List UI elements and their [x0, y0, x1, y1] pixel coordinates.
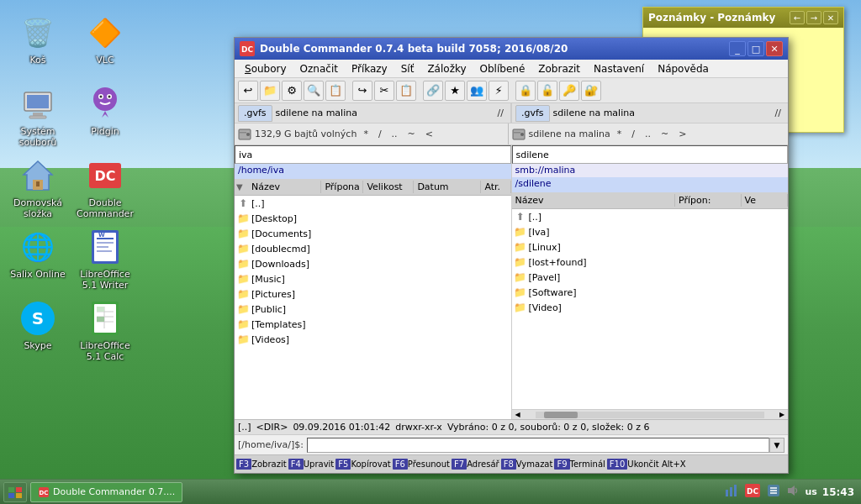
- fk-f6[interactable]: F6 Přesunout: [393, 459, 450, 470]
- right-drive-next[interactable]: >: [675, 128, 689, 140]
- menu-zobrazit[interactable]: Zobrazit: [531, 61, 587, 76]
- toolbar-btn-6[interactable]: ↪: [352, 81, 372, 101]
- toolbar-btn-10[interactable]: ★: [445, 81, 465, 101]
- menu-prikazy[interactable]: Příkazy: [345, 61, 394, 76]
- fk-f8[interactable]: F8 Vymazat: [501, 459, 553, 470]
- list-item[interactable]: 📁 [Desktop]: [235, 211, 511, 226]
- menu-nastaveni[interactable]: Nastavení: [587, 61, 651, 76]
- left-drive-star[interactable]: *: [360, 128, 372, 140]
- toolbar-btn-13[interactable]: 🔒: [515, 81, 536, 101]
- toolbar-btn-4[interactable]: 🔍: [304, 81, 324, 101]
- list-item[interactable]: 📁 [Iva]: [512, 224, 789, 239]
- dc-maximize-button[interactable]: □: [747, 41, 764, 56]
- right-drive-star[interactable]: *: [614, 128, 626, 140]
- right-drive-dotdot[interactable]: ..: [642, 128, 654, 140]
- desktop-icon-salix[interactable]: 🌐 Salix Online: [8, 227, 67, 298]
- left-tab-gvfs[interactable]: .gvfs: [238, 105, 272, 122]
- fk-f4[interactable]: F4 Upravit: [288, 459, 335, 470]
- left-file-list[interactable]: ⬆ [..] 📁 [Desktop]: [235, 196, 511, 419]
- desktop-icon-domovska[interactable]: Domovskásložka: [8, 155, 67, 227]
- list-item[interactable]: 📁 [Public]: [235, 302, 511, 317]
- right-path-input[interactable]: sdilene: [512, 145, 789, 164]
- scroll-thumb[interactable]: [544, 412, 578, 418]
- taskbar-btn-dc[interactable]: DC Double Commander 0.7....: [30, 482, 182, 502]
- volume-tray-icon[interactable]: [786, 483, 800, 501]
- scroll-right-btn[interactable]: ▶: [776, 410, 788, 420]
- menu-soubory[interactable]: Soubory: [238, 61, 293, 76]
- list-item[interactable]: 📁 [Pavel]: [512, 270, 789, 285]
- menu-oblibene[interactable]: Oblíbené: [473, 61, 532, 76]
- right-tab-gvfs[interactable]: .gvfs: [515, 105, 550, 122]
- list-item[interactable]: 📁 [Music]: [235, 271, 511, 286]
- toolbar-btn-1[interactable]: ↩: [238, 81, 258, 101]
- cmd-dropdown[interactable]: ▼: [769, 438, 784, 453]
- desktop-icon-pidgin[interactable]: Pidgin: [76, 84, 135, 155]
- desktop-icon-dc[interactable]: DC DoubleCommander: [76, 155, 135, 227]
- list-item[interactable]: 📁 [Documents]: [235, 226, 511, 241]
- toolbar-btn-9[interactable]: 🔗: [423, 81, 443, 101]
- toolbar-btn-12[interactable]: ⚡: [489, 81, 509, 101]
- right-scrollbar-h[interactable]: ◀ ▶: [512, 409, 789, 419]
- menu-napoveda[interactable]: Nápověda: [651, 61, 716, 76]
- desktop-icon-skype[interactable]: S Skype: [8, 298, 67, 370]
- list-item[interactable]: 📁 [Pictures]: [235, 286, 511, 302]
- dc-tray-icon[interactable]: DC: [744, 483, 761, 501]
- right-col-ve[interactable]: Ve: [742, 194, 788, 207]
- toolbar-btn-8[interactable]: 📋: [396, 81, 416, 101]
- network-tray-icon[interactable]: [724, 483, 739, 501]
- toolbar-btn-2[interactable]: 📁: [260, 81, 280, 101]
- menu-oznacit[interactable]: Označit: [293, 61, 345, 76]
- left-col-name[interactable]: Název: [248, 181, 321, 193]
- list-item[interactable]: 📁 [Software]: [512, 285, 789, 300]
- right-col-ext[interactable]: Přípon:: [675, 194, 742, 207]
- menu-zalozky[interactable]: Záložky: [420, 61, 473, 76]
- toolbar-btn-15[interactable]: 🔑: [559, 81, 579, 101]
- right-drive-slash[interactable]: /: [628, 128, 638, 140]
- list-item[interactable]: 📁 [Downloads]: [235, 256, 511, 271]
- toolbar-btn-14[interactable]: 🔓: [537, 81, 557, 101]
- left-col-date[interactable]: Datum: [414, 181, 481, 193]
- list-item[interactable]: 📁 [Linux]: [512, 239, 789, 255]
- left-drive-prev[interactable]: <: [422, 128, 436, 140]
- desktop-icon-lcalc[interactable]: LibreOffice5.1 Calc: [76, 298, 135, 370]
- desktop-icon-kos[interactable]: 🗑️ Koš: [8, 13, 67, 84]
- fk-f10[interactable]: F10 Ukončit Alt+X: [607, 459, 686, 470]
- desktop-icon-lwriter[interactable]: W LibreOffice5.1 Writer: [76, 227, 135, 298]
- toolbar-btn-7[interactable]: ✂: [374, 81, 394, 101]
- fk-f7[interactable]: F7 Adresář: [452, 459, 499, 470]
- right-file-item-up[interactable]: ⬆ [..]: [512, 209, 789, 224]
- list-item[interactable]: 📁 [Videos]: [235, 332, 511, 347]
- left-file-item-up[interactable]: ⬆ [..]: [235, 196, 511, 211]
- list-item[interactable]: 📁 [Video]: [512, 300, 789, 315]
- fk-f5[interactable]: F5 Kopírovat: [335, 459, 390, 470]
- fk-f3[interactable]: F3 Zobrazit: [236, 459, 287, 470]
- left-drive-slash[interactable]: /: [375, 128, 385, 140]
- toolbar-btn-11[interactable]: 👥: [467, 81, 487, 101]
- left-col-ext[interactable]: Přípona: [321, 181, 363, 193]
- left-col-attr[interactable]: Atr.: [481, 181, 510, 193]
- left-col-size[interactable]: Velikost: [363, 181, 414, 193]
- dc-minimize-button[interactable]: _: [729, 41, 746, 56]
- settings-tray-icon[interactable]: [766, 483, 781, 501]
- dc-close-button[interactable]: ✕: [766, 41, 783, 56]
- toolbar-btn-5[interactable]: 📋: [325, 81, 346, 101]
- scroll-left-btn[interactable]: ◀: [512, 410, 524, 420]
- desktop-icon-system[interactable]: Systémsouborů: [8, 84, 67, 155]
- cmd-input[interactable]: [307, 438, 769, 453]
- right-file-list[interactable]: ⬆ [..] 📁 [Iva] 📁 [Linux]: [512, 209, 789, 409]
- toolbar-btn-3[interactable]: ⚙: [282, 81, 302, 101]
- right-drive-tilde[interactable]: ~: [658, 128, 672, 140]
- taskbar-start-button[interactable]: [3, 482, 27, 502]
- right-col-name[interactable]: Název: [512, 194, 676, 207]
- note-close-button[interactable]: ✕: [823, 11, 838, 24]
- menu-sit[interactable]: Síť: [394, 61, 421, 76]
- fk-f9[interactable]: F9 Terminál: [554, 459, 605, 470]
- left-drive-tilde[interactable]: ~: [404, 128, 419, 140]
- left-drive-dotdot[interactable]: ..: [388, 128, 401, 140]
- list-item[interactable]: 📁 [doublecmd]: [235, 241, 511, 256]
- left-path-input[interactable]: iva: [235, 145, 511, 164]
- note-forward-button[interactable]: →: [806, 11, 821, 24]
- list-item[interactable]: 📁 [Templates]: [235, 317, 511, 332]
- desktop-icon-vlc[interactable]: 🔶 VLC: [76, 13, 135, 84]
- list-item[interactable]: 📁 [lost+found]: [512, 255, 789, 270]
